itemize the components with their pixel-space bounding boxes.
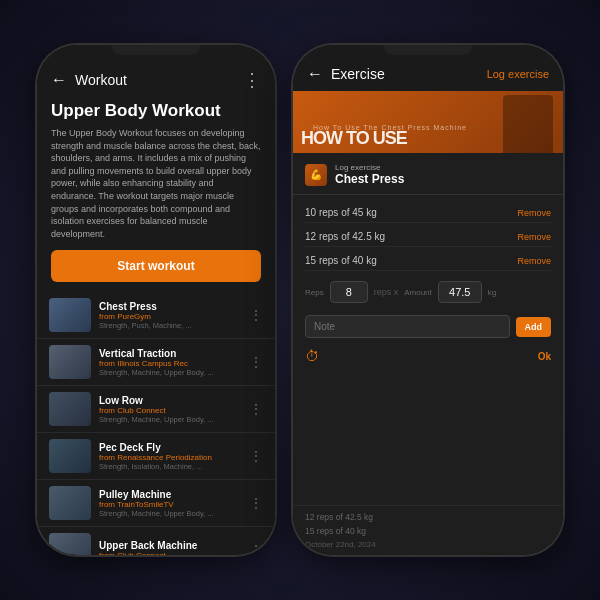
- right-header-title: Exercise: [331, 66, 479, 82]
- list-item: Upper Back Machine from Club Connect ⋮: [37, 527, 275, 555]
- exercise-menu-icon[interactable]: ⋮: [249, 448, 263, 464]
- log-set-row: 12 reps of 42.5 kg Remove: [305, 227, 551, 247]
- exercise-thumbnail: [49, 533, 91, 555]
- log-history: 12 reps of 42.5 kg 15 reps of 40 kg Octo…: [293, 505, 563, 555]
- menu-icon[interactable]: ⋮: [243, 69, 261, 91]
- list-item: Pec Deck Fly from Renaissance Periodizat…: [37, 433, 275, 480]
- exercise-thumbnail: [49, 392, 91, 426]
- list-item: Low Row from Club Connect Strength, Mach…: [37, 386, 275, 433]
- log-content: 10 reps of 45 kg Remove 12 reps of 42.5 …: [293, 195, 563, 505]
- right-header: ← Exercise Log exercise: [293, 45, 563, 91]
- timer-icon[interactable]: ⏱: [305, 348, 319, 364]
- reps-label: Reps: [305, 288, 324, 297]
- exercise-menu-icon[interactable]: ⋮: [249, 495, 263, 511]
- remove-set-button[interactable]: Remove: [517, 208, 551, 218]
- log-exercise-link[interactable]: Log exercise: [487, 68, 549, 80]
- left-phone: ← Workout ⋮ Upper Body Workout The Upper…: [37, 45, 275, 555]
- exercise-info: Pec Deck Fly from Renaissance Periodizat…: [99, 442, 241, 471]
- exercise-info: Pulley Machine from TrainToSmileTV Stren…: [99, 489, 241, 518]
- workout-description: The Upper Body Workout focuses on develo…: [37, 127, 275, 250]
- left-screen: ← Workout ⋮ Upper Body Workout The Upper…: [37, 45, 275, 555]
- log-set-text: 10 reps of 45 kg: [305, 207, 377, 218]
- banner-figure: [503, 95, 553, 153]
- log-exercise-thumb: 💪: [305, 164, 327, 186]
- exercise-banner: How To Use The Chest Press Machine HOW T…: [293, 91, 563, 153]
- list-item: Chest Press from PureGym Strength, Push,…: [37, 292, 275, 339]
- log-modal-label: Log exercise: [335, 163, 404, 172]
- amount-input[interactable]: [438, 281, 482, 303]
- exercise-source: from TrainToSmileTV: [99, 500, 241, 509]
- exercise-source: from PureGym: [99, 312, 241, 321]
- start-workout-button[interactable]: Start workout: [51, 250, 261, 282]
- exercise-tags: Strength, Machine, Upper Body, ...: [99, 368, 241, 377]
- exercise-tags: Strength, Machine, Upper Body, ...: [99, 509, 241, 518]
- log-set-row: 10 reps of 45 kg Remove: [305, 203, 551, 223]
- timer-row: ⏱ Ok: [305, 344, 551, 368]
- exercise-thumbnail: [49, 486, 91, 520]
- history-set: 15 reps of 40 kg: [305, 524, 551, 538]
- add-set-button[interactable]: Add: [516, 317, 552, 337]
- exercise-source: from Renaissance Periodization: [99, 453, 241, 462]
- exercise-source: from Illinois Campus Rec: [99, 359, 241, 368]
- exercise-menu-icon[interactable]: ⋮: [249, 354, 263, 370]
- log-set-text: 12 reps of 42.5 kg: [305, 231, 385, 242]
- exercise-source: from Club Connect: [99, 551, 241, 555]
- right-back-icon[interactable]: ←: [307, 65, 323, 83]
- remove-set-button[interactable]: Remove: [517, 232, 551, 242]
- exercise-name: Pec Deck Fly: [99, 442, 241, 453]
- exercise-tags: Strength, Isolation, Machine, ...: [99, 462, 241, 471]
- exercise-name: Vertical Traction: [99, 348, 241, 359]
- exercise-source: from Club Connect: [99, 406, 241, 415]
- exercise-list: Chest Press from PureGym Strength, Push,…: [37, 292, 275, 555]
- note-row: Add: [305, 313, 551, 340]
- amount-label: Amount: [404, 288, 432, 297]
- log-exercise-modal: 💪 Log exercise Chest Press 10 reps of 45…: [293, 153, 563, 555]
- exercise-menu-icon[interactable]: ⋮: [249, 401, 263, 417]
- list-item: Pulley Machine from TrainToSmileTV Stren…: [37, 480, 275, 527]
- exercise-tags: Strength, Push, Machine, ...: [99, 321, 241, 330]
- exercise-info: Vertical Traction from Illinois Campus R…: [99, 348, 241, 377]
- ok-button[interactable]: Ok: [538, 351, 551, 362]
- amount-unit: kg: [488, 288, 496, 297]
- exercise-menu-icon[interactable]: ⋮: [249, 542, 263, 555]
- history-set: 12 reps of 42.5 kg: [305, 510, 551, 524]
- note-input[interactable]: [305, 315, 510, 338]
- left-header-title: Workout: [75, 72, 235, 88]
- log-set-row: 15 reps of 40 kg Remove: [305, 251, 551, 271]
- exercise-name: Pulley Machine: [99, 489, 241, 500]
- exercise-name: Chest Press: [99, 301, 241, 312]
- exercise-thumbnail: [49, 298, 91, 332]
- exercise-tags: Strength, Machine, Upper Body, ...: [99, 415, 241, 424]
- exercise-name: Upper Back Machine: [99, 540, 241, 551]
- exercise-info: Chest Press from PureGym Strength, Push,…: [99, 301, 241, 330]
- exercise-info: Upper Back Machine from Club Connect: [99, 540, 241, 555]
- right-screen: ← Exercise Log exercise How To Use The C…: [293, 45, 563, 555]
- reps-input[interactable]: [330, 281, 368, 303]
- left-header: ← Workout ⋮: [37, 63, 275, 97]
- exercise-name: Low Row: [99, 395, 241, 406]
- workout-title: Upper Body Workout: [37, 97, 275, 127]
- exercise-thumbnail: [49, 345, 91, 379]
- reps-amount-row: Reps reps x Amount kg: [305, 275, 551, 309]
- log-exercise-name: Chest Press: [335, 172, 404, 186]
- log-set-text: 15 reps of 40 kg: [305, 255, 377, 266]
- right-phone: ← Exercise Log exercise How To Use The C…: [293, 45, 563, 555]
- banner-large-text: HOW TO USE: [301, 128, 407, 149]
- exercise-thumbnail: [49, 439, 91, 473]
- list-item: Vertical Traction from Illinois Campus R…: [37, 339, 275, 386]
- remove-set-button[interactable]: Remove: [517, 256, 551, 266]
- exercise-info: Low Row from Club Connect Strength, Mach…: [99, 395, 241, 424]
- reps-unit: reps x: [374, 287, 399, 297]
- log-modal-header: 💪 Log exercise Chest Press: [293, 153, 563, 195]
- back-icon[interactable]: ←: [51, 71, 67, 89]
- exercise-menu-icon[interactable]: ⋮: [249, 307, 263, 323]
- history-date: October 22nd, 2024: [305, 538, 551, 551]
